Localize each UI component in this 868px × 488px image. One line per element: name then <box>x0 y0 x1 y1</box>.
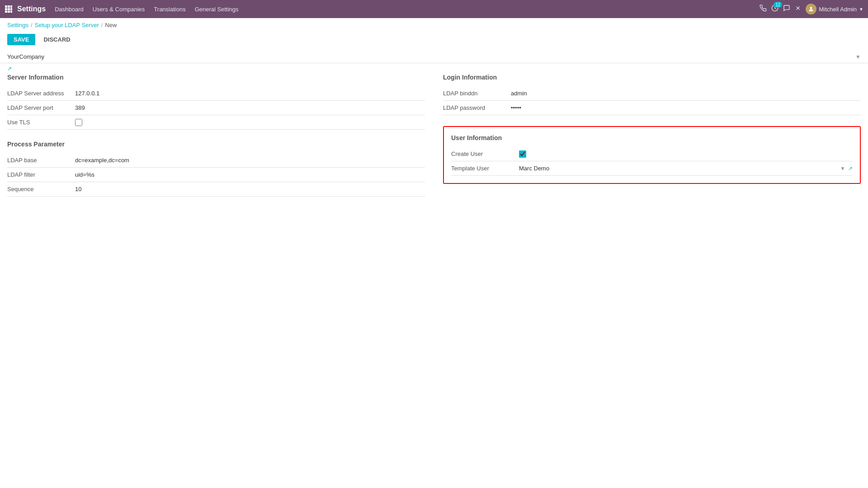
server-info-section: Server Information LDAP Server address L… <box>7 74 425 130</box>
ldap-filter-row: LDAP filter <box>7 168 425 182</box>
discard-button[interactable]: DISCARD <box>39 34 75 45</box>
template-user-row: Template User Marc Demo ▼ ↗ <box>451 161 853 176</box>
ldap-server-port-label: LDAP Server port <box>7 104 75 111</box>
user-info-title: User Information <box>451 134 853 141</box>
svg-rect-4 <box>8 8 10 10</box>
sequence-input[interactable] <box>75 186 425 192</box>
main-layout: Server Information LDAP Server address L… <box>0 74 868 197</box>
login-info-title: Login Information <box>443 74 861 81</box>
save-button[interactable]: SAVE <box>7 34 35 45</box>
login-info-section: Login Information LDAP binddn LDAP passw… <box>443 74 861 115</box>
template-user-label: Template User <box>451 165 519 172</box>
nav-users-companies[interactable]: Users & Companies <box>93 4 145 14</box>
svg-rect-1 <box>8 5 10 8</box>
ldap-password-input[interactable] <box>511 104 861 111</box>
company-name: YourCompany <box>7 53 855 60</box>
nav-menu: Dashboard Users & Companies Translations… <box>55 4 760 14</box>
breadcrumb-current: New <box>105 22 117 28</box>
svg-rect-8 <box>10 11 12 13</box>
left-column: Server Information LDAP Server address L… <box>7 74 425 197</box>
company-external-link-icon[interactable]: ↗ <box>7 66 12 72</box>
process-param-section: Process Parameter LDAP base LDAP filter … <box>7 141 425 197</box>
ldap-server-address-input[interactable] <box>75 90 425 97</box>
use-tls-row: Use TLS <box>7 115 425 130</box>
company-chevron-icon: ▼ <box>855 54 861 60</box>
company-selector-row[interactable]: YourCompany ▼ <box>0 51 868 63</box>
ldap-password-label: LDAP password <box>443 104 511 111</box>
use-tls-label: Use TLS <box>7 119 75 126</box>
ldap-filter-label: LDAP filter <box>7 171 75 178</box>
chat-icon[interactable] <box>783 5 790 14</box>
svg-rect-2 <box>10 5 12 8</box>
svg-rect-0 <box>5 5 7 8</box>
svg-rect-6 <box>5 11 7 13</box>
user-chevron-icon: ▼ <box>859 7 863 12</box>
sequence-row: Sequence <box>7 182 425 197</box>
close-icon[interactable] <box>795 5 801 13</box>
navbar-right: 12 Mitchell Admin ▼ <box>760 4 863 14</box>
avatar <box>806 4 816 14</box>
user-info-box: User Information Create User Template Us… <box>443 126 861 184</box>
phone-icon[interactable] <box>760 5 767 14</box>
breadcrumb-sep1: / <box>31 22 33 28</box>
ldap-server-address-label: LDAP Server address <box>7 90 75 97</box>
ldap-password-row: LDAP password <box>443 101 861 115</box>
ldap-server-port-row: LDAP Server port <box>7 101 425 115</box>
create-user-label: Create User <box>451 150 519 157</box>
user-menu[interactable]: Mitchell Admin ▼ <box>806 4 863 14</box>
notification-badge: 12 <box>774 2 782 8</box>
nav-dashboard[interactable]: Dashboard <box>55 4 84 14</box>
template-user-icons: ▼ ↗ <box>840 165 853 172</box>
svg-point-12 <box>810 7 812 9</box>
nav-translations[interactable]: Translations <box>154 4 185 14</box>
svg-rect-3 <box>5 8 7 10</box>
app-grid-icon[interactable] <box>5 5 13 13</box>
breadcrumb-setup[interactable]: Setup your LDAP Server <box>35 22 99 28</box>
create-user-checkbox[interactable] <box>519 150 526 158</box>
navbar: Settings Dashboard Users & Companies Tra… <box>0 0 868 18</box>
ldap-server-address-row: LDAP Server address <box>7 86 425 101</box>
template-user-external-link-icon[interactable]: ↗ <box>848 165 853 172</box>
ldap-filter-input[interactable] <box>75 171 425 178</box>
company-link-row: ↗ <box>0 63 868 74</box>
ldap-base-input[interactable] <box>75 157 425 164</box>
breadcrumb: Settings / Setup your LDAP Server / New <box>0 18 868 32</box>
svg-rect-7 <box>8 11 10 13</box>
create-user-row: Create User <box>451 147 853 161</box>
svg-rect-5 <box>10 8 12 10</box>
template-user-value: Marc Demo <box>519 165 840 172</box>
process-param-title: Process Parameter <box>7 141 425 148</box>
ldap-server-port-input[interactable] <box>75 104 425 111</box>
clock-icon[interactable]: 12 <box>771 5 778 14</box>
ldap-base-row: LDAP base <box>7 153 425 168</box>
use-tls-checkbox[interactable] <box>75 119 82 126</box>
ldap-binddn-row: LDAP binddn <box>443 86 861 101</box>
breadcrumb-settings[interactable]: Settings <box>7 22 28 28</box>
sequence-label: Sequence <box>7 186 75 192</box>
ldap-binddn-label: LDAP binddn <box>443 90 511 97</box>
server-info-title: Server Information <box>7 74 425 81</box>
app-brand: Settings <box>17 5 46 13</box>
user-name: Mitchell Admin <box>819 6 857 13</box>
ldap-base-label: LDAP base <box>7 157 75 164</box>
right-column: Login Information LDAP binddn LDAP passw… <box>443 74 861 197</box>
nav-general-settings[interactable]: General Settings <box>195 4 239 14</box>
template-user-chevron-icon[interactable]: ▼ <box>840 165 845 172</box>
ldap-binddn-input[interactable] <box>511 90 861 97</box>
breadcrumb-sep2: / <box>101 22 103 28</box>
action-bar: SAVE DISCARD <box>0 32 868 51</box>
